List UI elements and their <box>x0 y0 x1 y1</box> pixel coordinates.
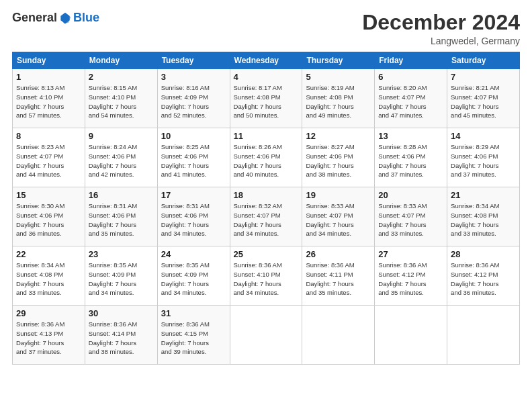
day-info: Sunrise: 8:15 AMSunset: 4:10 PMDaylight:… <box>89 83 154 120</box>
calendar-week-1: 1Sunrise: 8:13 AMSunset: 4:10 PMDaylight… <box>13 69 520 128</box>
logo-blue: Blue <box>73 11 99 25</box>
day-info: Sunrise: 8:31 AMSunset: 4:06 PMDaylight:… <box>89 201 154 238</box>
day-info: Sunrise: 8:24 AMSunset: 4:06 PMDaylight:… <box>89 142 154 179</box>
table-row <box>375 306 447 365</box>
table-row <box>230 306 302 365</box>
day-number: 18 <box>234 190 299 200</box>
title-block: December 2024 Langwedel, Germany <box>362 11 520 46</box>
day-info: Sunrise: 8:19 AMSunset: 4:08 PMDaylight:… <box>306 83 371 120</box>
day-info: Sunrise: 8:23 AMSunset: 4:07 PMDaylight:… <box>16 142 81 179</box>
day-info: Sunrise: 8:33 AMSunset: 4:07 PMDaylight:… <box>306 201 371 238</box>
table-row: 17Sunrise: 8:31 AMSunset: 4:06 PMDayligh… <box>157 187 230 246</box>
day-info: Sunrise: 8:17 AMSunset: 4:08 PMDaylight:… <box>234 83 299 120</box>
table-row: 28Sunrise: 8:36 AMSunset: 4:12 PMDayligh… <box>447 246 520 306</box>
location: Langwedel, Germany <box>362 36 520 46</box>
table-row: 13Sunrise: 8:28 AMSunset: 4:06 PMDayligh… <box>375 128 447 187</box>
day-info: Sunrise: 8:16 AMSunset: 4:09 PMDaylight:… <box>161 83 226 120</box>
day-number: 25 <box>234 249 299 259</box>
table-row: 29Sunrise: 8:36 AMSunset: 4:13 PMDayligh… <box>13 306 85 365</box>
day-info: Sunrise: 8:27 AMSunset: 4:06 PMDaylight:… <box>306 142 371 179</box>
table-row <box>302 306 375 365</box>
table-row: 15Sunrise: 8:30 AMSunset: 4:06 PMDayligh… <box>13 187 85 246</box>
day-info: Sunrise: 8:13 AMSunset: 4:10 PMDaylight:… <box>16 83 81 120</box>
table-row: 21Sunrise: 8:34 AMSunset: 4:08 PMDayligh… <box>447 187 520 246</box>
table-row: 26Sunrise: 8:36 AMSunset: 4:11 PMDayligh… <box>302 246 375 306</box>
day-info: Sunrise: 8:30 AMSunset: 4:06 PMDaylight:… <box>16 201 81 238</box>
table-row: 8Sunrise: 8:23 AMSunset: 4:07 PMDaylight… <box>13 128 85 187</box>
day-info: Sunrise: 8:36 AMSunset: 4:15 PMDaylight:… <box>161 320 226 357</box>
table-row: 2Sunrise: 8:15 AMSunset: 4:10 PMDaylight… <box>85 69 157 128</box>
header-row: Sunday Monday Tuesday Wednesday Thursday… <box>13 52 520 69</box>
col-monday: Monday <box>85 52 157 69</box>
day-number: 21 <box>451 190 516 200</box>
day-number: 20 <box>378 190 443 200</box>
day-number: 8 <box>16 131 81 141</box>
day-number: 12 <box>306 131 371 141</box>
table-row: 18Sunrise: 8:32 AMSunset: 4:07 PMDayligh… <box>230 187 302 246</box>
day-info: Sunrise: 8:29 AMSunset: 4:06 PMDaylight:… <box>451 142 516 179</box>
col-saturday: Saturday <box>447 52 520 69</box>
table-row: 6Sunrise: 8:20 AMSunset: 4:07 PMDaylight… <box>375 69 447 128</box>
col-wednesday: Wednesday <box>230 52 302 69</box>
table-row: 31Sunrise: 8:36 AMSunset: 4:15 PMDayligh… <box>157 306 230 365</box>
table-row: 30Sunrise: 8:36 AMSunset: 4:14 PMDayligh… <box>85 306 157 365</box>
col-tuesday: Tuesday <box>157 52 230 69</box>
col-thursday: Thursday <box>302 52 375 69</box>
day-number: 5 <box>306 72 371 82</box>
day-number: 10 <box>161 131 226 141</box>
logo: General Blue <box>12 11 99 25</box>
calendar-week-5: 29Sunrise: 8:36 AMSunset: 4:13 PMDayligh… <box>13 306 520 365</box>
table-row: 4Sunrise: 8:17 AMSunset: 4:08 PMDaylight… <box>230 69 302 128</box>
day-info: Sunrise: 8:35 AMSunset: 4:09 PMDaylight:… <box>89 261 154 298</box>
day-info: Sunrise: 8:36 AMSunset: 4:10 PMDaylight:… <box>234 261 299 298</box>
day-info: Sunrise: 8:26 AMSunset: 4:06 PMDaylight:… <box>234 142 299 179</box>
calendar-week-2: 8Sunrise: 8:23 AMSunset: 4:07 PMDaylight… <box>13 128 520 187</box>
day-number: 26 <box>306 249 371 259</box>
day-info: Sunrise: 8:36 AMSunset: 4:12 PMDaylight:… <box>451 261 516 298</box>
day-info: Sunrise: 8:36 AMSunset: 4:12 PMDaylight:… <box>378 261 443 298</box>
day-number: 14 <box>451 131 516 141</box>
table-row: 23Sunrise: 8:35 AMSunset: 4:09 PMDayligh… <box>85 246 157 306</box>
day-info: Sunrise: 8:35 AMSunset: 4:09 PMDaylight:… <box>161 261 226 298</box>
table-row: 16Sunrise: 8:31 AMSunset: 4:06 PMDayligh… <box>85 187 157 246</box>
table-row: 20Sunrise: 8:33 AMSunset: 4:07 PMDayligh… <box>375 187 447 246</box>
calendar: Sunday Monday Tuesday Wednesday Thursday… <box>12 52 520 365</box>
day-info: Sunrise: 8:34 AMSunset: 4:08 PMDaylight:… <box>16 261 81 298</box>
day-number: 1 <box>16 72 81 82</box>
day-info: Sunrise: 8:28 AMSunset: 4:06 PMDaylight:… <box>378 142 443 179</box>
day-number: 31 <box>161 308 226 318</box>
day-info: Sunrise: 8:36 AMSunset: 4:11 PMDaylight:… <box>306 261 371 298</box>
day-info: Sunrise: 8:36 AMSunset: 4:13 PMDaylight:… <box>16 320 81 357</box>
day-info: Sunrise: 8:31 AMSunset: 4:06 PMDaylight:… <box>161 201 226 238</box>
table-row: 12Sunrise: 8:27 AMSunset: 4:06 PMDayligh… <box>302 128 375 187</box>
day-number: 19 <box>306 190 371 200</box>
day-number: 7 <box>451 72 516 82</box>
calendar-body: 1Sunrise: 8:13 AMSunset: 4:10 PMDaylight… <box>13 69 520 365</box>
table-row: 19Sunrise: 8:33 AMSunset: 4:07 PMDayligh… <box>302 187 375 246</box>
logo-general: General <box>12 11 57 25</box>
day-number: 28 <box>451 249 516 259</box>
day-number: 2 <box>89 72 154 82</box>
day-info: Sunrise: 8:32 AMSunset: 4:07 PMDaylight:… <box>234 201 299 238</box>
logo-icon <box>58 11 72 25</box>
col-friday: Friday <box>375 52 447 69</box>
day-number: 16 <box>89 190 154 200</box>
table-row: 22Sunrise: 8:34 AMSunset: 4:08 PMDayligh… <box>13 246 85 306</box>
day-number: 29 <box>16 308 81 318</box>
table-row: 5Sunrise: 8:19 AMSunset: 4:08 PMDaylight… <box>302 69 375 128</box>
table-row: 1Sunrise: 8:13 AMSunset: 4:10 PMDaylight… <box>13 69 85 128</box>
day-info: Sunrise: 8:20 AMSunset: 4:07 PMDaylight:… <box>378 83 443 120</box>
calendar-header: Sunday Monday Tuesday Wednesday Thursday… <box>13 52 520 69</box>
day-number: 11 <box>234 131 299 141</box>
table-row: 25Sunrise: 8:36 AMSunset: 4:10 PMDayligh… <box>230 246 302 306</box>
table-row <box>447 306 520 365</box>
table-row: 14Sunrise: 8:29 AMSunset: 4:06 PMDayligh… <box>447 128 520 187</box>
day-number: 27 <box>378 249 443 259</box>
table-row: 10Sunrise: 8:25 AMSunset: 4:06 PMDayligh… <box>157 128 230 187</box>
day-number: 17 <box>161 190 226 200</box>
day-number: 30 <box>89 308 154 318</box>
table-row: 11Sunrise: 8:26 AMSunset: 4:06 PMDayligh… <box>230 128 302 187</box>
table-row: 9Sunrise: 8:24 AMSunset: 4:06 PMDaylight… <box>85 128 157 187</box>
table-row: 27Sunrise: 8:36 AMSunset: 4:12 PMDayligh… <box>375 246 447 306</box>
day-number: 15 <box>16 190 81 200</box>
